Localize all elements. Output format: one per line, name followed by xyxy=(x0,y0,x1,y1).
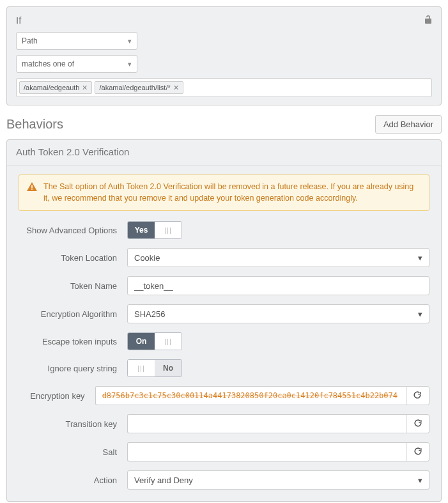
toggle-grip-icon: ||| xyxy=(155,333,182,350)
toggle-grip-icon: ||| xyxy=(155,222,182,238)
action-select[interactable]: Verify and Deny ▾ xyxy=(127,470,429,490)
tag-remove-icon[interactable]: ✕ xyxy=(173,84,179,92)
label-ignore-query: Ignore query string xyxy=(19,364,127,373)
regenerate-transition-button[interactable] xyxy=(406,414,429,433)
warning-alert: The Salt option of Auth Token 2.0 Verifi… xyxy=(19,174,429,211)
behavior-title: Auth Token 2.0 Verification xyxy=(7,140,441,166)
match-values-input[interactable]: /akamai/edgeauth ✕ /akamai/edgeauth/list… xyxy=(16,78,432,97)
encryption-algorithm-value: SHA256 xyxy=(134,309,165,319)
match-operator-value: matches one of xyxy=(22,59,74,68)
encryption-key-value: d8756b7c3c1c75c30c00114a44173820850f20ca… xyxy=(102,391,398,400)
ignore-query-toggle[interactable]: ||| No xyxy=(127,359,182,377)
behavior-block: Auth Token 2.0 Verification The Salt opt… xyxy=(6,139,442,502)
unlock-icon[interactable] xyxy=(424,15,432,26)
tag-remove-icon[interactable]: ✕ xyxy=(82,84,88,92)
chevron-down-icon: ▾ xyxy=(418,476,422,485)
warning-text: The Salt option of Auth Token 2.0 Verifi… xyxy=(43,182,421,204)
label-escape-inputs: Escape token inputs xyxy=(19,337,127,346)
label-salt: Salt xyxy=(19,447,127,457)
regenerate-salt-button[interactable] xyxy=(406,442,429,461)
match-tag: /akamai/edgeauth/list/* ✕ xyxy=(95,81,183,94)
token-name-input[interactable] xyxy=(127,276,429,295)
match-field-value: Path xyxy=(22,36,38,45)
label-transition-key: Transition key xyxy=(19,419,127,429)
refresh-icon xyxy=(413,391,422,401)
advanced-options-toggle[interactable]: Yes ||| xyxy=(127,221,182,239)
match-field-select[interactable]: Path ▾ xyxy=(16,32,137,50)
if-panel-header: If xyxy=(16,15,432,26)
token-location-value: Cookie xyxy=(134,253,160,263)
refresh-icon xyxy=(413,419,422,429)
toggle-grip-icon: ||| xyxy=(128,360,155,376)
warning-icon xyxy=(27,182,37,204)
chevron-down-icon: ▾ xyxy=(128,60,132,68)
label-advanced: Show Advanced Options xyxy=(19,226,127,235)
behaviors-header: Behaviors Add Behavior xyxy=(6,114,442,134)
refresh-icon xyxy=(413,447,422,458)
match-tag: /akamai/edgeauth ✕ xyxy=(19,81,92,94)
chevron-down-icon: ▾ xyxy=(418,253,422,263)
label-token-name: Token Name xyxy=(19,281,127,291)
transition-key-input[interactable] xyxy=(127,414,406,433)
chevron-down-icon: ▾ xyxy=(418,309,422,319)
regenerate-key-button[interactable] xyxy=(406,386,429,405)
escape-inputs-toggle[interactable]: On ||| xyxy=(127,332,182,350)
behavior-body: The Salt option of Auth Token 2.0 Verifi… xyxy=(7,166,441,501)
salt-input[interactable] xyxy=(127,442,406,461)
token-location-select[interactable]: Cookie ▾ xyxy=(127,248,429,267)
toggle-no: No xyxy=(155,360,182,376)
action-value: Verify and Deny xyxy=(134,476,193,485)
label-token-location: Token Location xyxy=(19,253,127,263)
toggle-on: On xyxy=(128,333,155,350)
toggle-yes: Yes xyxy=(128,222,155,238)
label-encryption-key: Encryption key xyxy=(19,391,95,401)
match-operator-select[interactable]: matches one of ▾ xyxy=(16,55,137,73)
match-tag-label: /akamai/edgeauth xyxy=(24,84,79,91)
chevron-down-icon: ▾ xyxy=(128,37,132,45)
encryption-algorithm-select[interactable]: SHA256 ▾ xyxy=(127,304,429,323)
label-action: Action xyxy=(19,476,127,485)
label-encryption-algorithm: Encryption Algorithm xyxy=(19,309,127,319)
add-behavior-button[interactable]: Add Behavior xyxy=(375,115,442,134)
encryption-key-input[interactable]: d8756b7c3c1c75c30c00114a44173820850f20ca… xyxy=(95,386,406,405)
if-title: If xyxy=(16,15,21,26)
if-panel: If Path ▾ matches one of ▾ /akamai/edgea… xyxy=(6,6,442,105)
behaviors-title: Behaviors xyxy=(6,117,63,132)
match-tag-label: /akamai/edgeauth/list/* xyxy=(99,84,170,91)
